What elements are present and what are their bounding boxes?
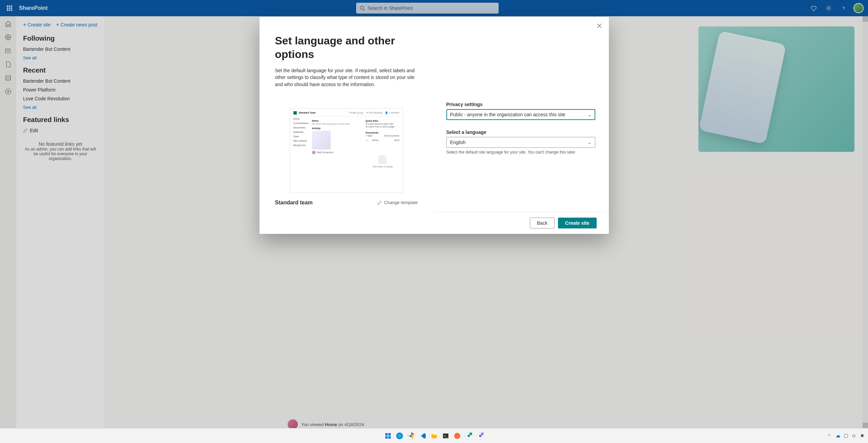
language-label: Select a language — [446, 129, 595, 135]
pv-activity-h: Activity — [312, 127, 362, 129]
privacy-dropdown[interactable]: Public - anyone in the organization can … — [446, 109, 595, 120]
system-tray: ⌃ — [827, 434, 865, 438]
pv-docs-h: Documents — [366, 132, 400, 134]
folder-icon — [431, 432, 438, 439]
svg-point-32 — [481, 432, 484, 435]
preview-site-title: Standard Team — [299, 112, 316, 114]
svg-text:>_: >_ — [444, 434, 448, 438]
modal-overlay: Set language and other options Set the d… — [0, 0, 868, 443]
start-button[interactable] — [383, 431, 393, 441]
create-site-dialog: Set language and other options Set the d… — [259, 17, 609, 234]
back-label: Back — [537, 220, 547, 226]
pv-nav-item: Site contents — [293, 140, 309, 142]
chevron-down-icon: ⌄ — [587, 112, 592, 117]
pv-notes-line: We didn't find anything to show here — [312, 123, 362, 125]
pv-notes-h: Notes — [312, 120, 362, 122]
tray-overflow[interactable]: ⌃ — [827, 434, 832, 438]
chrome-button[interactable] — [406, 431, 416, 441]
edge-icon — [396, 432, 403, 440]
language-field: Select a language English ⌄ Select the d… — [446, 129, 595, 155]
postman-icon — [454, 432, 461, 439]
template-preview: Standard Team Private group★ Not followi… — [290, 108, 403, 193]
pv-nav-item: Notebook — [293, 131, 309, 133]
notifications-icon[interactable] — [860, 434, 865, 438]
svg-rect-33 — [844, 434, 848, 438]
chrome-icon — [407, 432, 415, 440]
svg-point-31 — [479, 435, 482, 437]
pv-col-name: Name — [372, 139, 379, 142]
svg-rect-18 — [388, 433, 391, 436]
privacy-field: Privacy settings Public - anyone in the … — [446, 102, 595, 120]
explorer-button[interactable] — [429, 431, 439, 441]
taskbar-center: >_ — [383, 431, 485, 441]
postman-button[interactable] — [452, 431, 462, 441]
language-helper: Select the default site language for you… — [446, 150, 595, 155]
vscode-button[interactable] — [418, 431, 427, 441]
language-dropdown[interactable]: English ⌄ — [446, 137, 595, 148]
pv-quick-2: Learn how to add a page — [368, 125, 394, 128]
svg-rect-20 — [388, 436, 391, 439]
pencil-icon — [377, 200, 382, 205]
pv-quick-1: Learn about a team site — [368, 123, 393, 125]
back-button[interactable]: Back — [530, 218, 555, 228]
windows-icon — [385, 432, 391, 439]
pv-activity-card — [312, 131, 331, 149]
chrome3-button[interactable] — [476, 431, 485, 441]
site-square-icon — [293, 111, 297, 115]
folder-empty-icon — [378, 155, 388, 164]
template-name: Standard team — [275, 200, 313, 206]
pv-nav-item: Team — [293, 135, 309, 138]
terminal-icon: >_ — [442, 432, 449, 439]
pv-folder-empty: This folder is empty — [366, 165, 400, 168]
privacy-value: Public - anyone in the organization can … — [450, 112, 565, 117]
terminal-button[interactable]: >_ — [441, 431, 450, 441]
privacy-label: Privacy settings — [446, 102, 595, 107]
chrome-icon — [465, 432, 472, 440]
svg-point-29 — [469, 432, 472, 435]
create-site-button[interactable]: Create site — [558, 218, 597, 228]
language-value: English — [450, 140, 466, 145]
dialog-title: Set language and other options — [275, 34, 418, 61]
change-template-label: Change template — [384, 200, 418, 205]
svg-rect-19 — [385, 436, 388, 439]
pv-nav-item: Documents — [293, 126, 309, 129]
template-row: Standard team Change template — [275, 200, 418, 206]
windows-taskbar: >_ ⌃ — [0, 428, 868, 443]
dialog-right-pane: Privacy settings Public - anyone in the … — [434, 17, 609, 234]
dialog-description: Set the default language for your site. … — [275, 67, 418, 88]
pv-nav-item: Recycle bin — [293, 144, 309, 146]
svg-point-26 — [454, 433, 460, 439]
edge-button[interactable] — [395, 431, 404, 441]
dialog-footer: Back Create site — [434, 212, 609, 234]
svg-point-21 — [396, 432, 403, 439]
pv-quick-h: Quick links — [366, 120, 400, 122]
pv-nav-item: Home — [293, 118, 309, 120]
vscode-icon — [419, 432, 426, 439]
pv-nav-item: Conversations — [293, 122, 309, 124]
onedrive-icon[interactable] — [835, 434, 840, 438]
pv-person-avatar-icon — [312, 151, 315, 154]
pv-docs-new: + New — [366, 135, 372, 137]
pv-person: Patti Fernandez — [317, 151, 333, 154]
chrome2-button[interactable] — [464, 431, 474, 441]
pv-docs-all: All Documents — [384, 135, 399, 137]
security-icon[interactable] — [844, 434, 848, 438]
chevron-down-icon: ⌄ — [587, 140, 592, 145]
change-template-link[interactable]: Change template — [377, 200, 418, 205]
create-label: Create site — [565, 220, 590, 226]
svg-point-28 — [467, 435, 470, 437]
chrome-icon — [477, 432, 484, 440]
dialog-left-pane: Set language and other options Set the d… — [259, 17, 434, 234]
speaker-icon[interactable] — [852, 434, 856, 438]
svg-rect-17 — [385, 433, 388, 436]
pv-col-mod: Modi — [394, 139, 399, 142]
